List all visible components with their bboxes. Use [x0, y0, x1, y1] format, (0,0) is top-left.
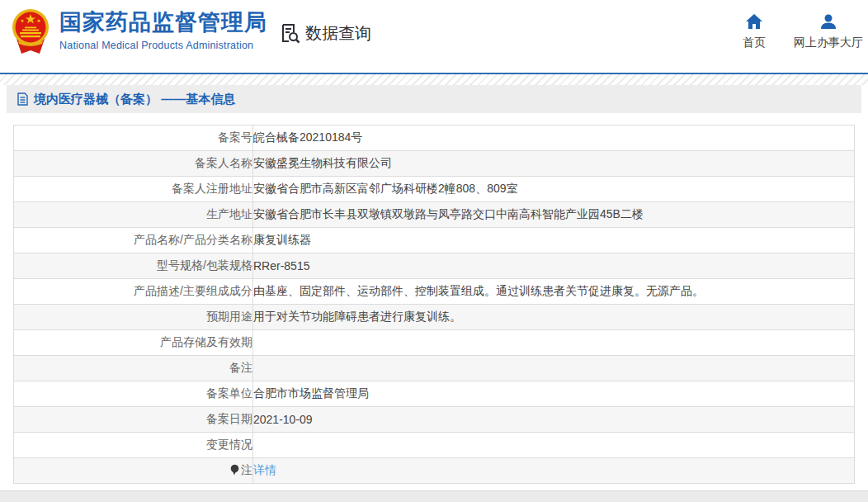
site-header: 国家药品监督管理局 National Medical Products Admi…	[0, 0, 868, 73]
table-row: 变更情况	[14, 433, 855, 458]
row-label: 备案人注册地址	[14, 177, 253, 202]
table-row: 产品名称/产品分类名称康复训练器	[14, 228, 855, 253]
row-label: 备案单位	[14, 381, 253, 407]
row-value: 合肥市市场监督管理局	[253, 381, 855, 407]
row-value: 安徽省合肥市高新区富邻广场科研楼2幢808、809室	[253, 177, 855, 202]
row-value: 用于对关节功能障碍患者进行康复训练。	[253, 305, 855, 330]
data-query-tab[interactable]: 数据查询	[279, 0, 371, 66]
table-row: 型号规格/包装规格RRer-8515	[14, 253, 855, 279]
table-row: 注详情	[14, 458, 855, 484]
page-title: 境内医疗器械（备案） ——基本信息	[34, 92, 235, 107]
table-row: 生产地址安徽省合肥市长丰县双墩镇双墩路与凤亭路交口中南高科智能产业园45B二楼	[14, 202, 855, 228]
row-label: 产品描述/主要组成成分	[14, 279, 253, 305]
page-bottom-strip	[0, 490, 868, 502]
row-value: 安徽省合肥市长丰县双墩镇双墩路与凤亭路交口中南高科智能产业园45B二楼	[253, 202, 855, 228]
document-icon	[17, 92, 28, 106]
hatch-band	[0, 74, 868, 85]
user-icon	[819, 13, 837, 30]
table-row: 备案人注册地址安徽省合肥市高新区富邻广场科研楼2幢808、809室	[14, 177, 855, 202]
bulb-icon	[230, 464, 239, 476]
nav-home[interactable]: 首页	[743, 13, 766, 50]
nav-online-hall[interactable]: 网上办事大厅	[794, 13, 863, 50]
row-value: 皖合械备20210184号	[253, 126, 855, 151]
table-row: 备案号皖合械备20210184号	[14, 126, 855, 151]
table-row: 产品存储及有效期	[14, 330, 855, 356]
nav-online-hall-label: 网上办事大厅	[794, 36, 863, 50]
row-value: 详情	[253, 458, 855, 484]
breadcrumb: 境内医疗器械（备案） ——基本信息	[7, 85, 861, 113]
nav-home-label: 首页	[743, 36, 766, 50]
row-label: 备案日期	[14, 407, 253, 433]
home-icon	[745, 13, 763, 30]
data-query-label: 数据查询	[305, 22, 371, 45]
record-table: 备案号皖合械备20210184号备案人名称安徽盛冕生物科技有限公司备案人注册地址…	[13, 125, 855, 484]
row-value: 由基座、固定部件、运动部件、控制装置组成。通过训练患者关节促进康复。无源产品。	[253, 279, 855, 305]
record-detail: 备案号皖合械备20210184号备案人名称安徽盛冕生物科技有限公司备案人注册地址…	[0, 113, 868, 484]
row-value: RRer-8515	[253, 253, 855, 279]
row-label: 变更情况	[14, 433, 253, 458]
table-row: 备注	[14, 356, 855, 381]
row-label: 备注	[14, 356, 253, 381]
site-title: 国家药品监督管理局	[59, 11, 267, 36]
national-emblem-logo	[12, 7, 50, 55]
row-label: 产品存储及有效期	[14, 330, 253, 356]
site-subtitle: National Medical Products Administration	[59, 40, 267, 51]
row-label: 产品名称/产品分类名称	[14, 228, 253, 253]
row-value: 康复训练器	[253, 228, 855, 253]
row-value	[253, 330, 855, 356]
row-value	[253, 356, 855, 381]
record-table-body: 备案号皖合械备20210184号备案人名称安徽盛冕生物科技有限公司备案人注册地址…	[14, 126, 855, 484]
table-row: 备案单位合肥市市场监督管理局	[14, 381, 855, 407]
row-label: 注	[14, 458, 253, 484]
table-row: 备案人名称安徽盛冕生物科技有限公司	[14, 151, 855, 177]
row-label: 备案号	[14, 126, 253, 151]
row-label: 型号规格/包装规格	[14, 253, 253, 279]
table-row: 预期用途用于对关节功能障碍患者进行康复训练。	[14, 305, 855, 330]
row-label: 备案人名称	[14, 151, 253, 177]
detail-link[interactable]: 详情	[253, 463, 276, 476]
document-search-icon	[279, 22, 301, 45]
table-row: 产品描述/主要组成成分由基座、固定部件、运动部件、控制装置组成。通过训练患者关节…	[14, 279, 855, 305]
table-row: 备案日期2021-10-09	[14, 407, 855, 433]
row-label: 生产地址	[14, 202, 253, 228]
row-value: 安徽盛冕生物科技有限公司	[253, 151, 855, 177]
top-nav: 首页 网上办事大厅	[743, 13, 863, 50]
row-value: 2021-10-09	[253, 407, 855, 433]
row-label: 预期用途	[14, 305, 253, 330]
row-value	[253, 433, 855, 458]
